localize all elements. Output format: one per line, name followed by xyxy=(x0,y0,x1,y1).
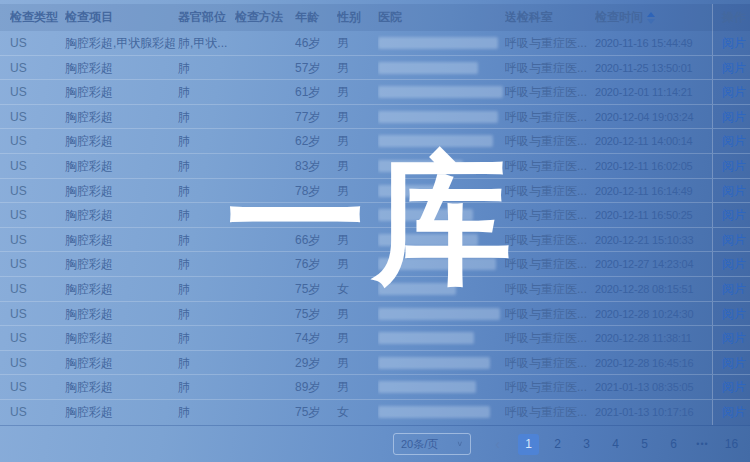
page-button-3[interactable]: 3 xyxy=(576,434,597,455)
table-row: US胸腔彩超肺61岁男呼吸与重症医...2020-12-01 11:14:21阅… xyxy=(0,80,750,105)
view-images-link[interactable]: 阅片 xyxy=(722,356,746,370)
view-images-link[interactable]: 阅片 xyxy=(722,61,746,75)
view-images-link[interactable]: 阅片 xyxy=(722,159,746,173)
cell-type: US xyxy=(10,154,65,178)
page-button-5[interactable]: 5 xyxy=(634,434,655,455)
cell-time: 2020-11-16 15:44:49 xyxy=(595,31,712,55)
pagination-ellipsis[interactable]: ••• xyxy=(692,434,713,455)
table-row: US胸腔彩超肺75岁女呼吸与重症医...2021-01-13 10:17:16阅… xyxy=(0,400,750,425)
cell-age: 83岁 xyxy=(295,154,337,178)
cell-hospital xyxy=(378,351,505,375)
cell-gender: 男 xyxy=(337,252,378,276)
cell-action: 阅片 xyxy=(712,80,750,104)
cell-method xyxy=(235,203,295,227)
cell-time: 2021-01-13 08:35:05 xyxy=(595,375,712,399)
cell-type: US xyxy=(10,80,65,104)
cell-hospital xyxy=(378,31,505,55)
cell-action: 阅片 xyxy=(712,302,750,326)
cell-time: 2020-12-11 16:02:05 xyxy=(595,154,712,178)
cell-project: 胸腔彩超 xyxy=(65,154,178,178)
cell-gender: 男 xyxy=(337,351,378,375)
page-button-2[interactable]: 2 xyxy=(547,434,568,455)
cell-method xyxy=(235,129,295,153)
page-button-16[interactable]: 16 xyxy=(721,434,742,455)
cell-project: 胸腔彩超 xyxy=(65,252,178,276)
cell-hospital xyxy=(378,326,505,350)
cell-time: 2020-12-01 11:14:21 xyxy=(595,80,712,104)
column-header-action: 操作 xyxy=(712,4,750,31)
page-button-1[interactable]: 1 xyxy=(518,434,539,455)
column-label: 年龄 xyxy=(295,10,319,24)
column-label: 操作 xyxy=(722,10,746,24)
cell-organ: 肺 xyxy=(178,326,235,350)
cell-age: 77岁 xyxy=(295,105,337,129)
page-button-4[interactable]: 4 xyxy=(605,434,626,455)
table-row: US胸腔彩超肺89岁男呼吸与重症医...2021-01-13 08:35:05阅… xyxy=(0,375,750,400)
page-button-6[interactable]: 6 xyxy=(663,434,684,455)
cell-time: 2020-11-25 13:50:01 xyxy=(595,56,712,80)
cell-dept: 呼吸与重症医... xyxy=(505,375,595,399)
column-label: 检查项目 xyxy=(65,10,113,24)
cell-dept: 呼吸与重症医... xyxy=(505,277,595,301)
view-images-link[interactable]: 阅片 xyxy=(722,257,746,271)
cell-dept: 呼吸与重症医... xyxy=(505,203,595,227)
view-images-link[interactable]: 阅片 xyxy=(722,134,746,148)
cell-method xyxy=(235,154,295,178)
cell-organ: 肺 xyxy=(178,228,235,252)
view-images-link[interactable]: 阅片 xyxy=(722,208,746,222)
cell-organ: 肺 xyxy=(178,252,235,276)
redacted-hospital-name xyxy=(378,37,498,49)
page-size-select[interactable]: 20条/页 ∨ xyxy=(393,433,471,455)
cell-dept: 呼吸与重症医... xyxy=(505,326,595,350)
view-images-link[interactable]: 阅片 xyxy=(722,380,746,394)
cell-dept: 呼吸与重症医... xyxy=(505,179,595,203)
cell-time: 2020-12-04 19:03:24 xyxy=(595,105,712,129)
chevron-down-icon: ∨ xyxy=(456,436,463,452)
view-images-link[interactable]: 阅片 xyxy=(722,405,746,419)
table-row: US胸腔彩超肺77岁男呼吸与重症医...2020-12-04 19:03:24阅… xyxy=(0,105,750,130)
view-images-link[interactable]: 阅片 xyxy=(722,85,746,99)
sort-asc-icon[interactable] xyxy=(647,12,655,24)
view-images-link[interactable]: 阅片 xyxy=(722,110,746,124)
column-header-dept: 送检科室 xyxy=(505,4,595,31)
redacted-hospital-name xyxy=(378,185,448,197)
cell-method xyxy=(235,80,295,104)
column-label: 器官部位 xyxy=(178,10,226,24)
column-header-time[interactable]: 检查时间 xyxy=(595,4,712,31)
redacted-hospital-name xyxy=(378,111,498,123)
view-images-link[interactable]: 阅片 xyxy=(722,184,746,198)
cell-project: 胸腔彩超 xyxy=(65,351,178,375)
column-header-age: 年龄 xyxy=(295,4,337,31)
cell-organ: 肺 xyxy=(178,129,235,153)
cell-action: 阅片 xyxy=(712,105,750,129)
cell-time: 2020-12-28 16:45:16 xyxy=(595,351,712,375)
cell-dept: 呼吸与重症医... xyxy=(505,56,595,80)
redacted-hospital-name xyxy=(378,308,500,320)
view-images-link[interactable]: 阅片 xyxy=(722,36,746,50)
cell-hospital xyxy=(378,80,505,104)
cell-organ: 肺 xyxy=(178,351,235,375)
cell-time: 2020-12-28 10:24:30 xyxy=(595,302,712,326)
redacted-hospital-name xyxy=(378,135,493,147)
view-images-link[interactable]: 阅片 xyxy=(722,331,746,345)
view-images-link[interactable]: 阅片 xyxy=(722,307,746,321)
cell-time: 2021-01-13 10:17:16 xyxy=(595,400,712,425)
cell-age: 29岁 xyxy=(295,351,337,375)
view-images-link[interactable]: 阅片 xyxy=(722,282,746,296)
redacted-hospital-name xyxy=(378,258,496,270)
cell-organ: 肺 xyxy=(178,203,235,227)
cell-organ: 肺 xyxy=(178,154,235,178)
page-size-label: 20条/页 xyxy=(401,434,438,454)
view-images-link[interactable]: 阅片 xyxy=(722,233,746,247)
redacted-hospital-name xyxy=(378,357,490,369)
pagination-prev-button[interactable]: ‹ xyxy=(487,434,508,455)
pagination-pages: 123456•••16 xyxy=(518,434,742,455)
table-header-row: 检查类型检查项目器官部位检查方法年龄性别医院送检科室检查时间操作 xyxy=(0,4,750,31)
table-row: US胸腔彩超肺57岁男呼吸与重症医...2020-11-25 13:50:01阅… xyxy=(0,56,750,81)
cell-action: 阅片 xyxy=(712,31,750,55)
cell-hospital xyxy=(378,252,505,276)
cell-organ: 肺 xyxy=(178,400,235,425)
cell-dept: 呼吸与重症医... xyxy=(505,154,595,178)
cell-gender: 男 xyxy=(337,105,378,129)
cell-action: 阅片 xyxy=(712,351,750,375)
